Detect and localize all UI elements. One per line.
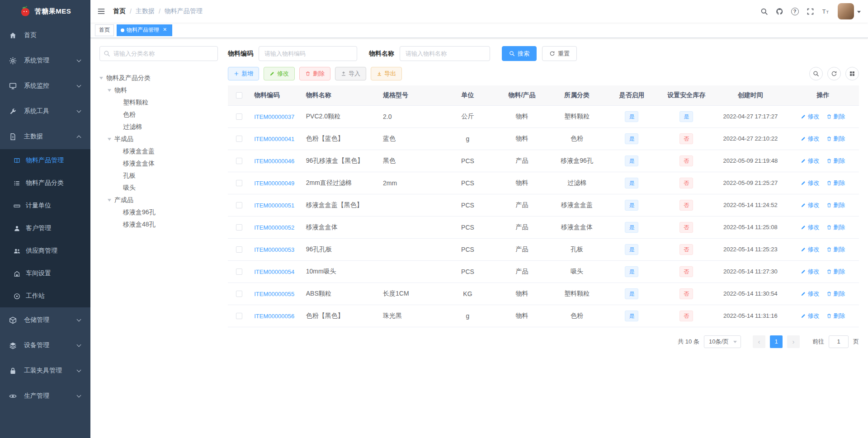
help-docs-button[interactable]	[787, 0, 802, 23]
row-delete-link[interactable]: 删除	[826, 201, 845, 209]
toggle-columns-button[interactable]	[845, 67, 859, 80]
row-checkbox[interactable]	[236, 291, 242, 297]
sidebar-toggle-button[interactable]	[90, 0, 112, 23]
caret-down-icon[interactable]	[99, 77, 103, 81]
item-code-link[interactable]: ITEM00000046	[254, 158, 294, 165]
item-code-link[interactable]: ITEM00000051	[254, 202, 294, 209]
tree-node[interactable]: 吸头	[99, 182, 218, 194]
sidebar-item-system-management[interactable]: 系统管理	[0, 48, 90, 73]
tag-active[interactable]: 物料产品管理 ×	[117, 24, 172, 36]
reset-button[interactable]: 重置	[542, 46, 577, 61]
tree-node[interactable]: 半成品	[99, 133, 218, 145]
select-all-checkbox[interactable]	[236, 92, 242, 99]
sidebar-subitem-workstation[interactable]: 工作站	[0, 285, 90, 307]
tree-node[interactable]: 色粉	[99, 108, 218, 121]
next-page-button[interactable]: ›	[787, 335, 800, 348]
prev-page-button[interactable]: ‹	[753, 335, 765, 348]
category-search-input[interactable]	[99, 46, 218, 61]
row-edit-link[interactable]: 修改	[801, 290, 819, 298]
item-code-link[interactable]: ITEM00000056	[254, 313, 294, 320]
sidebar-item-fixture-management[interactable]: 工装夹具管理	[0, 358, 90, 383]
close-icon[interactable]: ×	[161, 27, 168, 33]
item-code-link[interactable]: ITEM00000054	[254, 268, 294, 275]
tree-node[interactable]: 移液盒盒盖	[99, 145, 218, 157]
tree-node[interactable]: 移液盒48孔	[99, 218, 218, 231]
row-edit-link[interactable]: 修改	[801, 245, 819, 254]
row-edit-link[interactable]: 修改	[801, 113, 819, 121]
row-checkbox[interactable]	[236, 136, 242, 142]
row-edit-link[interactable]: 修改	[801, 201, 819, 209]
row-edit-link[interactable]: 修改	[801, 157, 819, 165]
item-code-link[interactable]: ITEM00000053	[254, 246, 294, 253]
delete-button[interactable]: 删除	[299, 67, 330, 80]
row-edit-link[interactable]: 修改	[801, 223, 819, 231]
row-delete-link[interactable]: 删除	[826, 290, 845, 298]
row-delete-link[interactable]: 删除	[826, 245, 845, 254]
import-button[interactable]: 导入	[335, 67, 366, 80]
row-checkbox[interactable]	[236, 313, 242, 319]
sidebar-item-equipment-management[interactable]: 设备管理	[0, 333, 90, 358]
row-delete-link[interactable]: 删除	[826, 135, 845, 143]
tree-node[interactable]: 物料及产品分类	[99, 72, 218, 84]
row-delete-link[interactable]: 删除	[826, 268, 845, 276]
sidebar-item-production-management[interactable]: 生产管理	[0, 383, 90, 409]
user-menu-caret-icon[interactable]	[857, 11, 861, 15]
row-checkbox[interactable]	[236, 268, 242, 275]
material-code-input[interactable]	[259, 46, 357, 61]
hide-search-button[interactable]	[809, 67, 823, 80]
sidebar-item-system-tools[interactable]: 系统工具	[0, 99, 90, 124]
item-code-link[interactable]: ITEM00000055	[254, 291, 294, 297]
row-edit-link[interactable]: 修改	[801, 312, 819, 320]
avatar[interactable]	[838, 3, 854, 19]
app-logo[interactable]: 苦糖果MES	[0, 0, 90, 23]
row-delete-link[interactable]: 删除	[826, 312, 845, 320]
sidebar-item-home[interactable]: 首页	[0, 23, 90, 48]
export-button[interactable]: 导出	[371, 67, 402, 80]
breadcrumb-item[interactable]: 首页	[113, 7, 126, 15]
row-edit-link[interactable]: 修改	[801, 268, 819, 276]
fullscreen-button[interactable]	[802, 0, 818, 23]
sidebar-subitem-material-product-management[interactable]: 物料产品管理	[0, 149, 90, 172]
sidebar-item-system-monitor[interactable]: 系统监控	[0, 73, 90, 99]
refresh-table-button[interactable]	[827, 67, 841, 80]
tree-node[interactable]: 物料	[99, 84, 218, 96]
header-search-button[interactable]	[756, 0, 772, 23]
row-edit-link[interactable]: 修改	[801, 179, 819, 187]
row-delete-link[interactable]: 删除	[826, 113, 845, 121]
sidebar-subitem-customer-management[interactable]: 客户管理	[0, 217, 90, 240]
tree-node[interactable]: 移液盒96孔	[99, 206, 218, 218]
sidebar-subitem-supplier-management[interactable]: 供应商管理	[0, 240, 90, 262]
tree-node[interactable]: 过滤棉	[99, 121, 218, 133]
sidebar-subitem-material-product-category[interactable]: 物料产品分类	[0, 172, 90, 194]
page-1-button[interactable]: 1	[770, 335, 783, 348]
sidebar-subitem-measure-unit[interactable]: 计量单位	[0, 194, 90, 217]
sidebar-item-master-data[interactable]: 主数据	[0, 124, 90, 149]
tree-node[interactable]: 移液盒盒体	[99, 157, 218, 170]
github-link[interactable]	[772, 0, 787, 23]
font-size-button[interactable]	[818, 0, 833, 23]
material-name-input[interactable]	[400, 46, 490, 61]
row-delete-link[interactable]: 删除	[826, 179, 845, 187]
goto-page-input[interactable]	[829, 335, 849, 348]
tree-node[interactable]: 塑料颗粒	[99, 96, 218, 108]
search-button[interactable]: 搜索	[502, 46, 537, 61]
row-delete-link[interactable]: 删除	[826, 223, 845, 231]
row-checkbox[interactable]	[236, 113, 242, 120]
row-checkbox[interactable]	[236, 180, 242, 186]
caret-down-icon[interactable]	[108, 89, 111, 94]
add-button[interactable]: 新增	[228, 67, 259, 80]
row-checkbox[interactable]	[236, 158, 242, 164]
item-code-link[interactable]: ITEM00000052	[254, 224, 294, 231]
caret-down-icon[interactable]	[108, 138, 111, 142]
edit-button[interactable]: 修改	[264, 67, 295, 80]
row-checkbox[interactable]	[236, 202, 242, 208]
item-code-link[interactable]: ITEM00000049	[254, 180, 294, 187]
caret-down-icon[interactable]	[108, 199, 111, 203]
page-size-select[interactable]: 10条/页	[704, 335, 741, 348]
sidebar-item-warehouse-management[interactable]: 仓储管理	[0, 307, 90, 333]
item-code-link[interactable]: ITEM00000037	[254, 113, 294, 120]
row-edit-link[interactable]: 修改	[801, 135, 819, 143]
item-code-link[interactable]: ITEM00000041	[254, 136, 294, 142]
row-delete-link[interactable]: 删除	[826, 157, 845, 165]
tree-node[interactable]: 产成品	[99, 194, 218, 206]
